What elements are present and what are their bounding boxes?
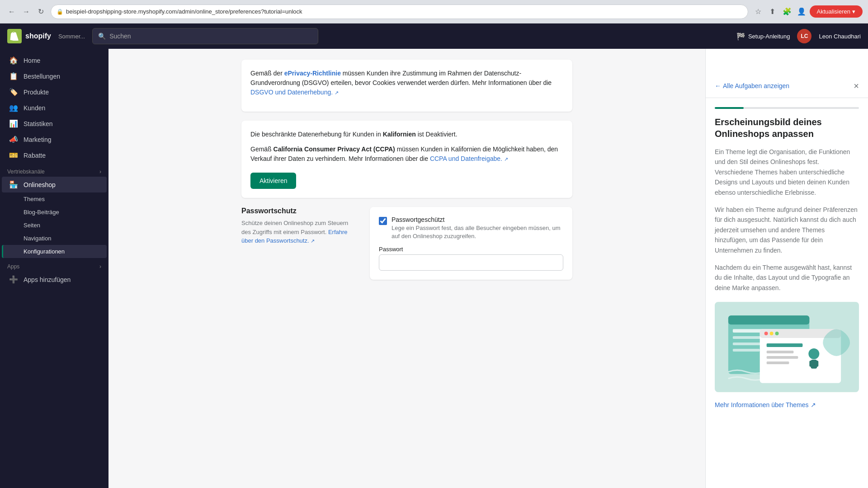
panel-text-2: Wir haben ein Theme aufgrund deiner Präf… [715,205,859,255]
sidebar-sub-item-navigation-label: Navigation [24,235,51,242]
back-all-tasks-button[interactable]: ← Alle Aufgaben anzeigen [715,82,789,89]
panel-text-1: Ein Theme legt die Organisation, die Fun… [715,147,859,197]
address-bar[interactable]: 🔒 beispiel-dropshipping-store.myshopify.… [51,5,748,19]
theme-illustration-svg [715,302,859,392]
california-card: Die beschränkte Datenerhebung für Kunden… [241,121,572,198]
url-text: beispiel-dropshipping-store.myshopify.co… [66,8,302,15]
marketing-icon: 📣 [9,135,18,144]
share-button[interactable]: ⬆ [766,5,779,18]
sidebar-item-statistiken[interactable]: 📊 Statistiken [2,116,107,131]
shopify-icon [7,29,22,43]
shopify-logo: shopify [7,29,51,43]
kunden-icon: 👥 [9,103,18,112]
sidebar-sub-item-blog-label: Blog-Beiträge [24,209,59,216]
topbar: shopify Sommer... 🔍 Suchen 🏁 Setup-Anlei… [0,23,868,49]
browser-nav-buttons: ← → ↻ [5,5,47,18]
user-name: Leon Chaudhari [819,33,861,40]
bookmark-button[interactable]: ☆ [752,5,764,18]
svg-rect-6 [733,349,760,352]
sidebar-item-rabatte[interactable]: 🎫 Rabatte [2,147,107,163]
sidebar-item-bestellungen-label: Bestellungen [24,73,60,80]
main-area: Gemäß der ePrivacy-Richtlinie müssen Kun… [108,23,868,488]
panel-text-3: Nachdem du ein Theme ausgewählt hast, ka… [715,263,859,293]
extensions-button[interactable]: 🧩 [781,5,793,18]
browser-back-button[interactable]: ← [5,5,18,18]
sidebar-sub-item-seiten[interactable]: Seiten [2,219,107,232]
sidebar-item-home-label: Home [24,57,40,64]
user-avatar: LC [797,29,811,43]
search-bar[interactable]: 🔍 Suchen [92,28,318,44]
passwort-link[interactable]: Erfahre über den Passwortschutz. ↗ [241,229,348,244]
sidebar-item-kunden-label: Kunden [24,104,45,112]
sidebar-sub-item-navigation[interactable]: Navigation [2,232,107,245]
password-card: Passwortgeschützt Lege ein Passwort fest… [370,207,572,280]
sidebar-sub-item-blog[interactable]: Blog-Beiträge [2,206,107,219]
california-text-2: Gemäß California Consumer Privacy Act (C… [250,145,563,164]
password-checkbox-row: Passwortgeschützt Lege ein Passwort fest… [379,216,563,240]
profile-button[interactable]: 👤 [795,5,808,18]
password-input[interactable] [379,254,563,271]
sidebar-item-home[interactable]: 🏠 Home [2,52,107,68]
sidebar-item-marketing[interactable]: 📣 Marketing [2,131,107,147]
sidebar-sub-item-konfigurationen[interactable]: Konfigurationen [2,245,107,258]
password-section-title: Passwortschutz [241,207,359,215]
dsgvo-link[interactable]: DSGVO und Datenerhebung. ↗ [250,89,339,96]
browser-action-buttons: ☆ ⬆ 🧩 👤 Aktualisieren ▾ [752,5,863,18]
content-inner: Gemäß der ePrivacy-Richtlinie müssen Kun… [231,49,583,300]
flag-icon: 🏁 [736,32,745,41]
browser-reload-button[interactable]: ↻ [34,5,47,18]
password-checkbox-content: Passwortgeschützt Lege ein Passwort fest… [392,216,563,240]
apps-section: Apps › [0,258,108,272]
california-text-1: Die beschränkte Datenerhebung für Kunden… [250,130,563,139]
more-info-link[interactable]: Mehr Informationen über Themes ↗ [715,401,859,408]
browser-chrome: ← → ↻ 🔒 beispiel-dropshipping-store.mysh… [0,0,868,23]
svg-rect-14 [767,356,798,359]
app-layout: shopify Sommer... 🔍 Suchen 🏁 Setup-Anlei… [0,23,868,488]
right-panel-content: Erscheinungsbild deines Onlineshops anpa… [706,98,868,488]
password-checkbox[interactable] [379,217,387,225]
produkte-icon: 🏷️ [9,88,18,96]
add-icon: ➕ [9,275,18,284]
ccpa-link[interactable]: CCPA und Datenfreigabe. ↗ [430,155,508,162]
bestellungen-icon: 📋 [9,72,18,80]
topbar-right: 🏁 Setup-Anleitung LC Leon Chaudhari [736,29,861,43]
close-panel-button[interactable]: × [854,81,859,90]
sidebar-item-apps-add[interactable]: ➕ Apps hinzufügen [2,272,107,287]
progress-fill [715,107,744,109]
onlineshop-icon: 🏪 [9,180,18,189]
svg-rect-2 [728,315,809,324]
vertriebskanaele-section: Vertriebskanäle › [0,163,108,177]
external-link-icon: ↗ [335,90,339,95]
activate-button[interactable]: Aktivieren [250,173,296,189]
sidebar-item-bestellungen[interactable]: 📋 Bestellungen [2,68,107,84]
more-info-label: Mehr Informationen über Themes [715,401,809,408]
sidebar: 🏠 Home 📋 Bestellungen 🏷️ Produkte 👥 Kund… [0,23,108,488]
sidebar-item-kunden[interactable]: 👥 Kunden [2,100,107,116]
svg-rect-12 [767,343,803,347]
password-section-desc: Schütze deinen Onlineshop zum Steuern de… [241,219,359,245]
sidebar-item-onlineshop-label: Onlineshop [24,181,56,188]
content-scroll[interactable]: Gemäß der ePrivacy-Richtlinie müssen Kun… [108,49,705,488]
sidebar-item-onlineshop[interactable]: 🏪 Onlineshop [2,177,107,192]
sidebar-sub-item-seiten-label: Seiten [24,222,40,229]
sidebar-item-marketing-label: Marketing [24,136,51,143]
search-icon: 🔍 [98,33,106,40]
sidebar-sub-item-konfigurationen-label: Konfigurationen [24,248,65,255]
password-checkbox-label: Passwortgeschützt [392,216,563,223]
eprivacy-card: Gemäß der ePrivacy-Richtlinie müssen Kun… [241,60,572,112]
statistiken-icon: 📊 [9,119,18,128]
setup-anleitung-link[interactable]: 🏁 Setup-Anleitung [736,32,790,41]
back-label: Alle Aufgaben anzeigen [723,82,789,89]
sidebar-item-produkte[interactable]: 🏷️ Produkte [2,84,107,100]
home-icon: 🏠 [9,56,18,65]
aktualisieren-button[interactable]: Aktualisieren ▾ [810,5,863,18]
sidebar-item-apps-add-label: Apps hinzufügen [24,276,71,283]
chevron-down-icon: ▾ [852,8,855,15]
external-link-icon-3: ↗ [311,238,315,244]
sidebar-sub-item-themes[interactable]: Themes [2,192,107,206]
eprivacy-link[interactable]: ePrivacy-Richtlinie [284,70,341,77]
store-name: Sommer... [58,33,85,40]
browser-forward-button[interactable]: → [20,5,33,18]
sidebar-nav: 🏠 Home 📋 Bestellungen 🏷️ Produkte 👥 Kund… [0,49,108,291]
panel-title: Erscheinungsbild deines Onlineshops anpa… [715,116,859,140]
